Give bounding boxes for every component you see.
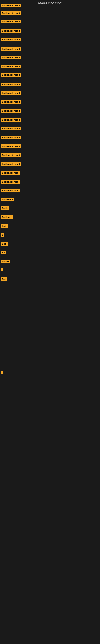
- list-item: Bottleneck result: [1, 64, 21, 69]
- list-item: Bo: [1, 251, 6, 255]
- list-item: Bottleneck result: [1, 118, 21, 122]
- list-item: Bottleneck result: [1, 12, 21, 16]
- list-item: Bottleneck result: [1, 47, 21, 52]
- list-item: Bottleneck result: [1, 38, 21, 42]
- list-item: [1, 371, 3, 375]
- list-item: Bottleneck result: [1, 91, 21, 96]
- bottleneck-badge: Bottleneck result: [1, 91, 21, 95]
- list-item: Bottleneck: [1, 198, 14, 202]
- bottleneck-badge: Bottleneck result: [1, 144, 21, 148]
- list-item: Bottleneck resu: [1, 171, 20, 176]
- bottleneck-badge: Bottleneck result: [1, 118, 21, 122]
- bottleneck-badge: Bottleneck result: [1, 29, 21, 32]
- list-item: Bottleneck result: [1, 162, 21, 167]
- list-item: Bottleneck result: [1, 153, 21, 158]
- bottleneck-badge: Bottleneck result: [1, 56, 21, 59]
- list-item: Bott: [1, 242, 8, 246]
- bottleneck-badge: B: [1, 233, 3, 237]
- list-item: Bottleneck result: [1, 136, 21, 140]
- list-item: Bottleneck result: [1, 4, 21, 8]
- list-item: Bottleneck result: [1, 73, 21, 78]
- bottleneck-badge: Bottleneck result: [1, 136, 21, 140]
- bottleneck-badge: Bottlenec: [1, 215, 13, 219]
- bottleneck-badge: Bottleneck result: [1, 4, 21, 7]
- list-item: Bott: [1, 224, 8, 228]
- bottleneck-badge: Bottleneck resu: [1, 189, 20, 192]
- bottleneck-badge: Bottleneck result: [1, 153, 21, 157]
- list-item: Bottleneck result: [1, 127, 21, 131]
- bottleneck-badge: Bo: [1, 251, 6, 254]
- bottleneck-badge: Bottleneck result: [1, 47, 21, 51]
- list-item: Bottleneck result: [1, 29, 21, 34]
- list-item: Bottlenec: [1, 215, 13, 220]
- bottleneck-badge: Bottleneck: [1, 198, 14, 201]
- list-item: Bottleneck resu: [1, 189, 20, 193]
- bottleneck-badge: Bottleneck result: [1, 109, 21, 113]
- bottleneck-badge: Bottleneck result: [1, 83, 21, 86]
- list-item: Bottleneck resu: [1, 180, 20, 184]
- bottleneck-badge: Bott: [1, 224, 8, 228]
- bottleneck-badge: Bottleneck resu: [1, 171, 20, 175]
- bottleneck-badge: Bottleneck result: [1, 127, 21, 130]
- list-item: Bottleneck result: [1, 56, 21, 60]
- bottleneck-badge: Bottleneck result: [1, 38, 21, 42]
- list-item: Bottleneck result: [1, 83, 21, 87]
- list-item: B: [1, 233, 3, 238]
- page-container: TheBottlenecker.com Bottleneck resultBot…: [0, 0, 100, 644]
- bottleneck-badge: Bottleneck resu: [1, 180, 20, 184]
- bottleneck-badge: Bottleneck result: [1, 64, 21, 68]
- list-item: Bottler: [1, 260, 10, 264]
- list-item: Bot: [1, 277, 7, 282]
- bottleneck-badge: Bot: [1, 277, 7, 281]
- bottleneck-badge: Bottleneck result: [1, 12, 21, 15]
- bottleneck-badge: Bottleneck result: [1, 162, 21, 166]
- list-item: Bottleneck result: [1, 20, 21, 24]
- list-item: [1, 268, 3, 272]
- bottleneck-badge: Bottle: [1, 206, 9, 210]
- bottleneck-badge: Bottler: [1, 260, 10, 263]
- bottleneck-badge: Bottleneck result: [1, 100, 21, 104]
- bottleneck-badge: Bottleneck result: [1, 20, 21, 23]
- list-item: Bottleneck result: [1, 100, 21, 104]
- bottleneck-badge-empty: [1, 268, 3, 271]
- bottleneck-badge: Bott: [1, 242, 8, 246]
- list-item: Bottleneck result: [1, 144, 21, 149]
- bottleneck-badge-empty: [1, 371, 3, 374]
- bottleneck-badge: Bottleneck result: [1, 73, 21, 77]
- list-item: Bottleneck result: [1, 109, 21, 114]
- list-item: Bottle: [1, 206, 9, 211]
